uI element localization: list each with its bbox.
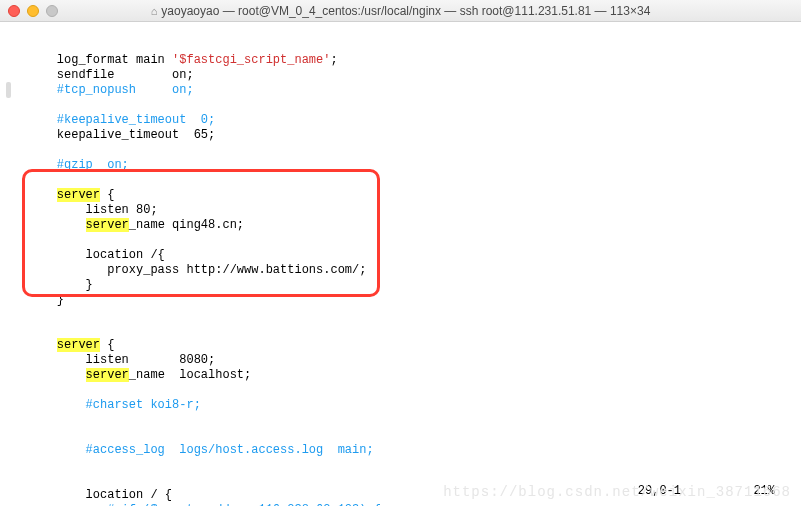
titlebar: ⌂ yaoyaoyao — root@VM_0_4_centos:/usr/lo…	[0, 0, 801, 22]
code-line: server {	[28, 188, 114, 202]
terminal-content[interactable]: log_format main '$fastcgi_script_name'; …	[0, 22, 801, 506]
code-line: }	[28, 278, 93, 292]
code-line-comment: #gzip on;	[28, 158, 129, 172]
code-line: server_name localhost;	[28, 368, 251, 382]
code-line: sendfile on;	[28, 68, 194, 82]
code-line-comment: #keepalive_timeout 0;	[28, 113, 215, 127]
scroll-percent: 21%	[753, 484, 775, 498]
code-line: log_format main '$fastcgi_script_name';	[28, 53, 338, 67]
code-line: listen 80;	[28, 203, 158, 217]
code-line-comment: #charset koi8-r;	[28, 398, 201, 412]
code-line-comment: #access_log logs/host.access.log main;	[28, 443, 374, 457]
highlight-server: server	[86, 218, 129, 232]
code-line: proxy_pass http://www.battions.com/;	[28, 263, 366, 277]
highlight-server: server	[86, 368, 129, 382]
home-icon: ⌂	[151, 5, 158, 17]
code-line: server {	[28, 338, 114, 352]
code-line: keepalive_timeout 65;	[28, 128, 215, 142]
window-title: yaoyaoyao — root@VM_0_4_centos:/usr/loca…	[161, 4, 650, 18]
code-line: location /{	[28, 248, 165, 262]
cursor-position: 29,0-1	[638, 484, 681, 498]
code-line: location / {	[28, 488, 172, 502]
highlight-server: server	[57, 188, 100, 202]
window-title-wrap: ⌂ yaoyaoyao — root@VM_0_4_centos:/usr/lo…	[0, 4, 801, 18]
code-line-comment: #tcp_nopush on;	[28, 83, 194, 97]
code-line: listen 8080;	[28, 353, 215, 367]
code-line: server_name qing48.cn;	[28, 218, 244, 232]
highlight-server: server	[57, 338, 100, 352]
code-line: }	[28, 293, 64, 307]
